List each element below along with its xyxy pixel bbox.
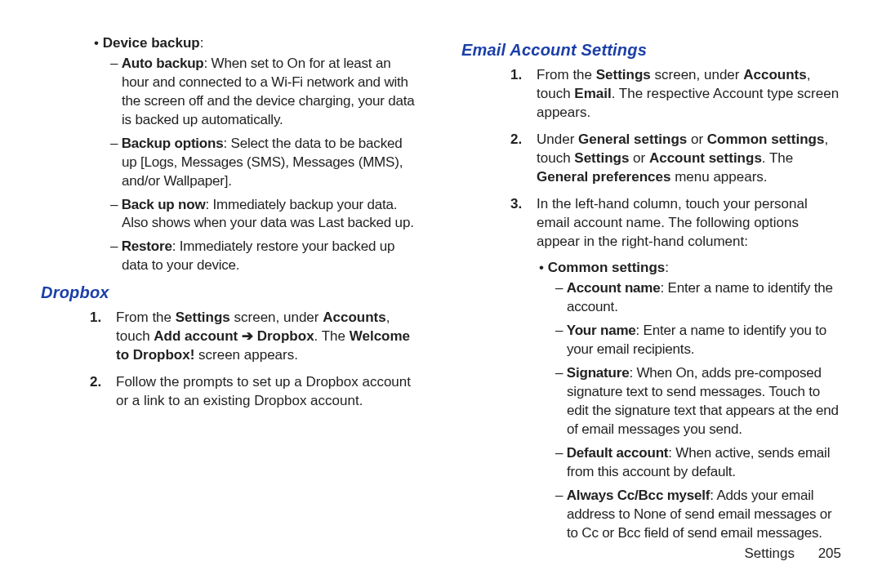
right-column: Email Account Settings 1. From the Setti… [441, 33, 841, 572]
dropbox-steps: 1. From the Settings screen, under Accou… [41, 309, 421, 411]
step-body: From the Settings screen, under Accounts… [537, 67, 839, 120]
dropbox-title: Dropbox [41, 282, 421, 304]
step-body: From the Settings screen, under Accounts… [116, 310, 410, 363]
device-backup-item: Back up now: Immediately backup your dat… [110, 196, 421, 234]
email-title: Email Account Settings [461, 39, 841, 61]
list-item: 3. In the left-hand column, touch your p… [510, 195, 841, 252]
device-backup-item: Auto backup: When set to On for at least… [110, 55, 421, 130]
common-settings-item: Signature: When On, adds pre-composed si… [555, 364, 841, 439]
common-settings-header: Common settings: [539, 259, 841, 278]
page-footer: Settings 205 [441, 545, 841, 564]
list-item: 2. Follow the prompts to set up a Dropbo… [90, 373, 421, 411]
list-item: 1. From the Settings screen, under Accou… [510, 66, 841, 122]
footer-section: Settings [744, 546, 794, 561]
device-backup-item: Backup options: Select the data to be ba… [110, 135, 421, 191]
list-item: 2. Under General settings or Common sett… [510, 131, 841, 187]
step-body: In the left-hand column, touch your pers… [537, 196, 808, 249]
device-backup-header: Device backup: [94, 34, 421, 53]
common-settings-item: Your name: Enter a name to identify you … [555, 322, 841, 359]
left-column: Device backup: Auto backup: When set to … [41, 33, 441, 572]
step-body: Under General settings or Common setting… [537, 131, 828, 185]
device-backup-item: Restore: Immediately restore your backed… [110, 238, 421, 275]
common-settings-item: Default account: When active, sends emai… [555, 444, 841, 482]
common-settings-item: Account name: Enter a name to identify t… [555, 279, 841, 317]
footer-page: 205 [818, 546, 841, 561]
email-steps: 1. From the Settings screen, under Accou… [461, 66, 841, 251]
common-settings-item: Always Cc/Bcc myself: Adds your email ad… [555, 487, 841, 543]
list-item: 1. From the Settings screen, under Accou… [90, 309, 421, 365]
device-backup-header-text: Device backup [103, 35, 200, 51]
step-body: Follow the prompts to set up a Dropbox a… [116, 374, 411, 408]
page: Device backup: Auto backup: When set to … [0, 0, 882, 588]
